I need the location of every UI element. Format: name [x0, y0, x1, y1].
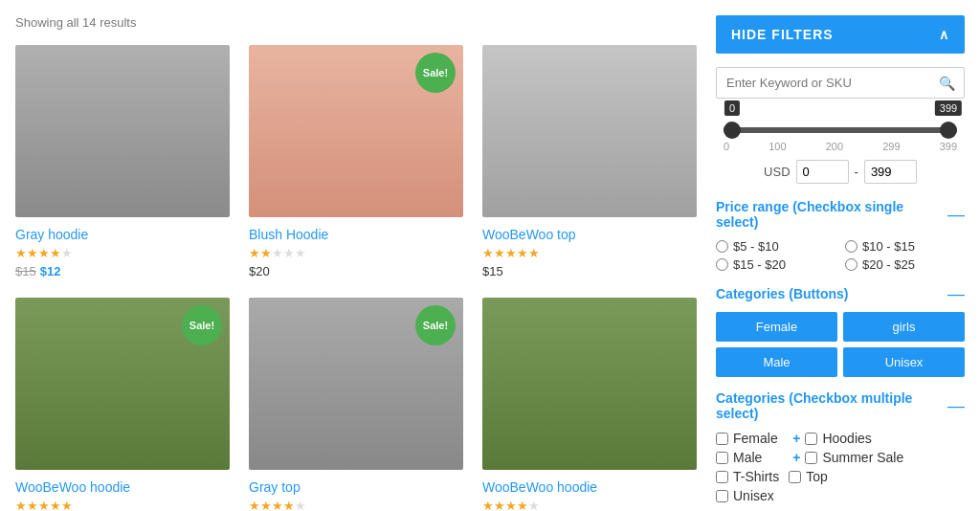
- price-radio-15-20[interactable]: [716, 258, 728, 271]
- product-stars: ★★★★★: [482, 246, 697, 260]
- categories-buttons-title: Categories (Buttons): [716, 286, 848, 301]
- products-section: Showing all 14 results Gray hoodie ★★★★★…: [15, 15, 716, 511]
- product-image-placeholder: [15, 45, 230, 217]
- cat-label-hoodies: Hoodies: [822, 431, 871, 446]
- product-stars: ★★★★★: [15, 499, 230, 511]
- cat-button-male[interactable]: Male: [716, 347, 837, 377]
- search-input[interactable]: [716, 67, 965, 99]
- price-radio-5-10[interactable]: [716, 240, 728, 253]
- cat-check-summer-sale: + Summer Sale: [789, 450, 903, 465]
- cat-button-girls[interactable]: girls: [843, 312, 965, 342]
- product-price: $20: [249, 264, 463, 278]
- cat-checkbox-hoodies[interactable]: [805, 433, 817, 445]
- cat-label-summer-sale: Summer Sale: [822, 450, 903, 465]
- price-option-15-20: $15 - $20: [716, 257, 835, 272]
- tick-299: 299: [882, 141, 900, 152]
- categories-buttons-header: Categories (Buttons) —: [716, 285, 965, 302]
- categories-col1: Female Male T-Shirts Unisex: [716, 431, 779, 503]
- price-inputs: USD -: [716, 160, 965, 184]
- search-wrap: 🔍: [716, 67, 965, 99]
- price-slider-thumb-max[interactable]: 399: [940, 122, 957, 139]
- categories-buttons-section: Categories (Buttons) — Female girls Male…: [716, 285, 965, 377]
- price-option-10-15: $10 - $15: [845, 239, 965, 254]
- product-card-woobewoo-hoodie-2[interactable]: WooBeWoo hoodie ★★★★★ $18: [482, 298, 697, 511]
- cat-label-unisex: Unisex: [733, 488, 774, 503]
- tick-0: 0: [724, 141, 729, 152]
- categories-checkbox-grid: Female Male T-Shirts Unisex: [716, 431, 965, 503]
- hide-filters-label: HIDE FILTERS: [731, 27, 834, 42]
- price-range-filter-section: Price range (Checkbox single select) — $…: [716, 199, 965, 272]
- price-option-20-25: $20 - $25: [845, 257, 965, 272]
- price-slider-section: 0 399 0 100 200 299 399 USD -: [716, 127, 965, 184]
- cat-check-female: Female: [716, 431, 779, 446]
- sale-badge: Sale!: [182, 305, 222, 345]
- price-label-20-25: $20 - $25: [862, 257, 915, 272]
- product-image-wrap: [482, 298, 697, 470]
- price-slider-max-label: 399: [935, 100, 962, 116]
- cat-check-hoodies: + Hoodies: [789, 431, 903, 446]
- categories-buttons-collapse-button[interactable]: —: [947, 285, 965, 302]
- product-name: WooBeWoo hoodie: [15, 479, 230, 495]
- product-image-wrap: Sale!: [249, 45, 463, 217]
- product-image-wrap: [15, 45, 230, 217]
- product-stars: ★★★★★: [249, 499, 463, 511]
- showing-results-text: Showing all 14 results: [15, 15, 697, 30]
- product-card-blush-hoodie[interactable]: Sale! Blush Hoodie ★★★★★ $20: [249, 45, 463, 278]
- price-slider-thumb-min[interactable]: 0: [724, 122, 741, 139]
- search-icon: 🔍: [939, 76, 955, 91]
- price-range-header: Price range (Checkbox single select) —: [716, 199, 965, 230]
- price-option-5-10: $5 - $10: [716, 239, 835, 254]
- categories-col2: + Hoodies + Summer Sale Top: [789, 431, 903, 503]
- product-image-wrap: Sale!: [15, 298, 230, 470]
- cat-checkbox-male[interactable]: [716, 452, 728, 464]
- product-card-gray-top[interactable]: Sale! Gray top ★★★★★ $12 – $13: [249, 298, 463, 511]
- cat-checkbox-female[interactable]: [716, 433, 728, 445]
- price-slider-min-label: 0: [724, 100, 740, 116]
- hide-filters-button[interactable]: HIDE FILTERS ∧: [716, 15, 965, 54]
- price-max-input[interactable]: [864, 160, 917, 184]
- product-name: Gray hoodie: [15, 227, 230, 242]
- sale-badge: Sale!: [415, 53, 456, 93]
- tick-399: 399: [940, 141, 957, 152]
- price-label-10-15: $10 - $15: [862, 239, 915, 254]
- cat-label-female: Female: [733, 431, 778, 446]
- price-range-options: $5 - $10 $10 - $15 $15 - $20 $20 - $25: [716, 239, 965, 272]
- cat-checkbox-tshirts[interactable]: [716, 471, 728, 483]
- product-image-wrap: Sale!: [249, 298, 463, 470]
- slider-ticks: 0 100 200 299 399: [724, 141, 957, 152]
- category-buttons-grid: Female girls Male Unisex: [716, 312, 965, 377]
- product-image-placeholder: [482, 298, 697, 470]
- cat-button-female[interactable]: Female: [716, 312, 837, 342]
- product-name: WooBeWoo top: [482, 227, 697, 242]
- price-dash: -: [855, 165, 858, 179]
- product-name: WooBeWoo hoodie: [482, 479, 697, 495]
- categories-checkbox-section: Categories (Checkbox multiple select) — …: [716, 390, 965, 503]
- cat-button-unisex[interactable]: Unisex: [843, 347, 965, 377]
- product-stars: ★★★★★: [15, 246, 230, 260]
- cat-checkbox-unisex[interactable]: [716, 490, 728, 502]
- price-range-collapse-button[interactable]: —: [947, 206, 965, 223]
- product-card-gray-hoodie[interactable]: Gray hoodie ★★★★★ $15$12: [15, 45, 230, 278]
- tick-200: 200: [826, 141, 843, 152]
- product-price: $15$12: [15, 264, 230, 278]
- cat-checkbox-top[interactable]: [789, 471, 801, 483]
- product-price: $15: [482, 264, 697, 278]
- product-card-woobewoo-top[interactable]: WooBeWoo top ★★★★★ $15: [482, 45, 697, 278]
- price-slider-track: 0 399: [724, 127, 957, 133]
- price-min-input[interactable]: [796, 160, 849, 184]
- cat-label-male: Male: [733, 450, 762, 465]
- product-stars: ★★★★★: [482, 499, 697, 511]
- cat-check-male: Male: [716, 450, 779, 465]
- price-slider-fill: [724, 127, 957, 133]
- price-radio-20-25[interactable]: [845, 258, 858, 271]
- cat-check-unisex: Unisex: [716, 488, 779, 503]
- plus-icon-hoodies: +: [792, 431, 800, 446]
- product-grid: Gray hoodie ★★★★★ $15$12 Sale! Blush Hoo…: [15, 45, 697, 511]
- cat-label-tshirts: T-Shirts: [733, 469, 779, 484]
- currency-label: USD: [764, 165, 790, 179]
- cat-checkbox-summer-sale[interactable]: [805, 452, 817, 464]
- price-radio-10-15[interactable]: [845, 240, 858, 253]
- product-card-woobewoo-hoodie-1[interactable]: Sale! WooBeWoo hoodie ★★★★★ $10 – $18: [15, 298, 230, 511]
- categories-checkbox-collapse-button[interactable]: —: [947, 397, 965, 414]
- tick-100: 100: [768, 141, 786, 152]
